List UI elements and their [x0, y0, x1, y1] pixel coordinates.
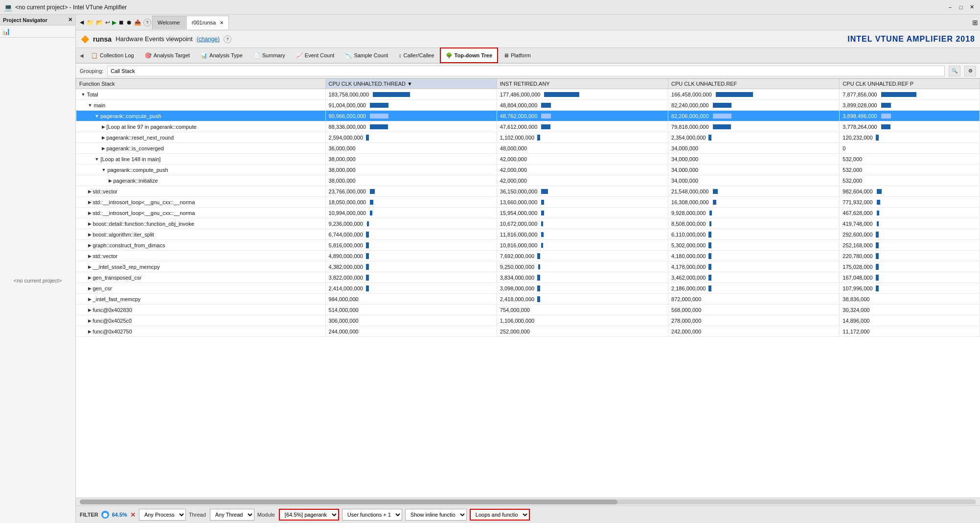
cell-cpu-clk-unhalted-ref-p: 30,324,000	[840, 305, 980, 315]
change-link[interactable]: (change)	[197, 36, 220, 43]
tab-collection-log[interactable]: 📋 Collection Log	[86, 48, 139, 63]
th-inst-retired-any[interactable]: INST RETIRED.ANY	[497, 79, 668, 89]
nav-back-icon[interactable]: ◀	[78, 19, 86, 25]
cell-inst-retired-any: 42,000,000	[497, 175, 668, 186]
cell-cpu-clk-unhalted-thread: 23,766,000,000	[325, 186, 497, 197]
table-row[interactable]: ▶ pagerank::initialize 38,000,00042,000,…	[76, 175, 980, 186]
cell-cpu-clk-unhalted-thread: 244,000,000	[325, 326, 497, 337]
tab-event-count[interactable]: 📈 Event Count	[291, 48, 340, 63]
table-row[interactable]: ▶ func@0x402750 244,000,000252,000,00024…	[76, 326, 980, 337]
analysis-header: 🔶 runsa Hardware Events viewpoint (chang…	[76, 30, 980, 48]
user-functions-group: User functions + 1	[342, 509, 402, 521]
cell-cpu-clk-unhalted-ref-p: 467,628,000	[840, 208, 980, 218]
cell-function-name: ▶ boost::algorithm::iter_split	[76, 229, 326, 240]
table-row[interactable]: ▼ pagerank::compute_push 38,000,00042,00…	[76, 165, 980, 175]
table-row[interactable]: ▶ gen_transposed_csr 3,822,000,0003,834,…	[76, 272, 980, 283]
cell-cpu-clk-unhalted-ref: 4,180,000,000	[668, 251, 840, 262]
cell-cpu-clk-unhalted-thread: 183,758,000,000	[325, 89, 497, 100]
maximize-button[interactable]: □	[957, 3, 965, 12]
table-row[interactable]: ▶ gen_csr 2,414,000,0003,098,000,0002,18…	[76, 283, 980, 294]
cell-function-name: ▼ pagerank::compute_push	[76, 165, 326, 175]
grouping-options-button[interactable]: ⚙	[964, 66, 976, 76]
table-row[interactable]: ▶ std::__introsort_loop<__gnu_cxx::__nor…	[76, 208, 980, 218]
cell-inst-retired-any: 1,106,000,000	[497, 315, 668, 326]
user-functions-select[interactable]: User functions + 1	[342, 509, 402, 521]
main-layout: Project Navigator ✕ 📊 <no current projec…	[0, 15, 980, 523]
loops-select[interactable]: Loops and functio	[470, 509, 530, 521]
table-row[interactable]: ▶ pagerank::is_converged 36,000,00048,00…	[76, 143, 980, 154]
table-row[interactable]: ▶ std::vector 23,766,000,00036,150,000,0…	[76, 186, 980, 197]
thread-select[interactable]: Any Thread	[210, 509, 254, 521]
stop-icon[interactable]: ⏹	[118, 19, 124, 26]
th-cpu-clk-unhalted-ref-p[interactable]: CPU CLK UNHALTED.REF P	[840, 79, 980, 89]
table-row[interactable]: ▶ func@0x402830 514,000,000754,000,00056…	[76, 305, 980, 315]
table-row[interactable]: ▼ [Loop at line 148 in main] 38,000,0004…	[76, 154, 980, 165]
tab-top-down-tree[interactable]: 🌳 Top-down Tree	[440, 48, 498, 63]
sidebar-close-icon[interactable]: ✕	[68, 17, 72, 23]
nav-tabs-back-icon[interactable]: ◀	[78, 53, 86, 58]
cell-cpu-clk-unhalted-ref-p: 38,836,000	[840, 294, 980, 305]
minimize-button[interactable]: −	[946, 3, 955, 12]
table-row[interactable]: ▶ pagerank::reset_next_round 2,594,000,0…	[76, 132, 980, 143]
tab-caller-callee[interactable]: ↕ Caller/Callee	[393, 48, 439, 63]
tab-analysis-type[interactable]: 📊 Analysis Type	[195, 48, 248, 63]
cell-cpu-clk-unhalted-ref: 278,000,000	[668, 315, 840, 326]
cell-function-name: ▶ gen_csr	[76, 283, 326, 294]
record-icon[interactable]: ⏺	[126, 19, 132, 26]
cell-cpu-clk-unhalted-thread: 90,966,000,000	[325, 111, 497, 121]
analysis-target-icon: 🎯	[145, 52, 152, 59]
cell-cpu-clk-unhalted-ref-p: 419,748,000	[840, 218, 980, 229]
show-inline-select[interactable]: Show inline functio	[405, 509, 467, 521]
cell-inst-retired-any: 42,000,000	[497, 165, 668, 175]
table-row[interactable]: ▶ boost::detail::function::function_obj_…	[76, 218, 980, 229]
export-icon[interactable]: 📤	[134, 19, 141, 26]
help-icon[interactable]: ?	[143, 19, 151, 26]
table-row[interactable]: ▼ main 91,004,000,00048,804,000,00082,24…	[76, 100, 980, 111]
cell-cpu-clk-unhalted-ref: 34,000,000	[668, 175, 840, 186]
table-row[interactable]: ▶ func@0x4025c0 306,000,0001,106,000,000…	[76, 315, 980, 326]
table-row[interactable]: ▶ std::vector 4,890,000,0007,692,000,000…	[76, 251, 980, 262]
cell-inst-retired-any: 252,000,000	[497, 326, 668, 337]
table-container[interactable]: Function Stack CPU CLK UNHALTED.THREAD ▼…	[76, 78, 980, 498]
process-select[interactable]: Any Process	[139, 509, 186, 521]
cell-cpu-clk-unhalted-thread: 306,000,000	[325, 315, 497, 326]
cell-inst-retired-any: 10,816,000,000	[497, 240, 668, 251]
new-project-icon[interactable]: 📁	[87, 19, 94, 26]
tab-platform[interactable]: 🖥 Platform	[498, 48, 536, 63]
table-row[interactable]: ▼ pagerank::compute_push 90,966,000,0004…	[76, 111, 980, 121]
welcome-tab[interactable]: Welcome	[152, 16, 185, 29]
analysis-help-icon[interactable]: ?	[224, 35, 231, 43]
cell-inst-retired-any: 3,834,000,000	[497, 272, 668, 283]
tab-sample-count[interactable]: 📉 Sample Count	[340, 48, 393, 63]
th-function-stack[interactable]: Function Stack	[76, 79, 326, 89]
cell-inst-retired-any: 3,098,000,000	[497, 283, 668, 294]
run-icon[interactable]: ▶	[112, 19, 116, 26]
cell-cpu-clk-unhalted-ref: 34,000,000	[668, 143, 840, 154]
grouping-input[interactable]	[107, 66, 945, 76]
table-row[interactable]: ▶ graph::construct_from_dimacs 5,816,000…	[76, 240, 980, 251]
close-button[interactable]: ✕	[967, 3, 976, 12]
tab-analysis-target[interactable]: 🎯 Analysis Target	[139, 48, 195, 63]
table-row[interactable]: ▶ __intel_ssse3_rep_memcpy 4,382,000,000…	[76, 262, 980, 272]
cell-cpu-clk-unhalted-ref-p: 3,778,264,000	[840, 121, 980, 132]
grouping-search-button[interactable]: 🔍	[949, 66, 960, 76]
cell-cpu-clk-unhalted-ref: 34,000,000	[668, 154, 840, 165]
filter-remove-icon[interactable]: ✕	[130, 511, 136, 519]
table-row[interactable]: ▶ boost::algorithm::iter_split 6,744,000…	[76, 229, 980, 240]
tab-menu-icon[interactable]: ⊞	[972, 19, 978, 26]
title-bar-text: <no current project> - Intel VTune Ampli…	[15, 4, 127, 11]
platform-label: Platform	[511, 52, 531, 58]
th-cpu-clk-unhalted-ref[interactable]: CPU CLK UNHALTED.REF	[668, 79, 840, 89]
table-row[interactable]: ▶ [Loop at line 97 in pagerank::compute …	[76, 121, 980, 132]
runsa-tab[interactable]: r001runsa ✕	[186, 16, 229, 29]
module-select[interactable]: [64.5%] pagerank	[279, 509, 339, 521]
table-row[interactable]: ▼ Total 183,758,000,000177,486,000,00016…	[76, 89, 980, 100]
tab-summary[interactable]: 📄 Summary	[248, 48, 291, 63]
open-icon[interactable]: 📂	[96, 19, 103, 26]
horizontal-scroll[interactable]	[76, 498, 980, 505]
table-row[interactable]: ▶ _intel_fast_memcpy 984,000,0002,418,00…	[76, 294, 980, 305]
th-cpu-clk-unhalted-thread[interactable]: CPU CLK UNHALTED.THREAD ▼	[325, 79, 497, 89]
import-icon[interactable]: ↩	[105, 19, 110, 26]
runsa-tab-close-icon[interactable]: ✕	[220, 20, 224, 25]
table-row[interactable]: ▶ std::__introsort_loop<__gnu_cxx::__nor…	[76, 197, 980, 208]
